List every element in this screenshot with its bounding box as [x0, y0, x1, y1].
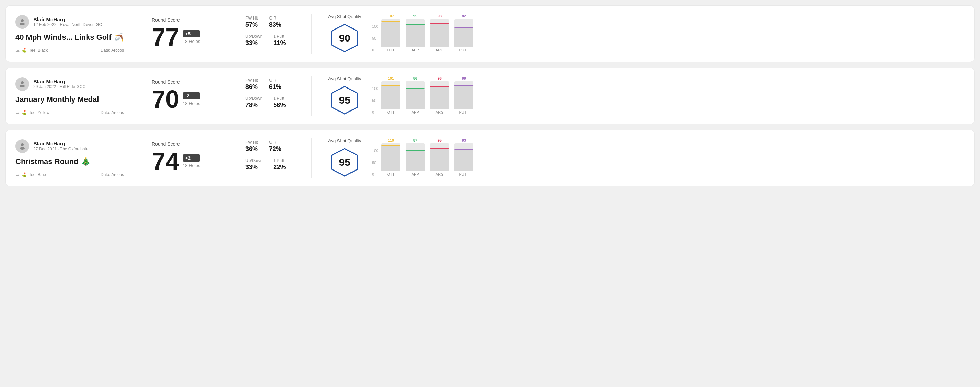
y-axis: 100 50 0 — [372, 149, 378, 176]
round-score-label: Round Score — [152, 17, 220, 23]
bar-area — [381, 143, 400, 171]
round-card-card3: Blair McHarg 27 Dec 2021 · The Oxfordshi… — [5, 130, 975, 186]
tee-label: Tee: Black — [29, 48, 48, 53]
oneputt-label: 1 Putt — [273, 158, 286, 163]
user-name: Blair McHarg — [33, 141, 89, 146]
updown-value: 33% — [245, 40, 262, 47]
bar-group-putt: 93 PUTT — [455, 138, 473, 176]
data-source: Data: Arccos — [100, 48, 124, 53]
updown-value: 78% — [245, 102, 262, 109]
oneputt-value: 11% — [273, 40, 286, 47]
avg-shot-quality-value: 90 — [339, 32, 350, 44]
user-info: Blair McHarg 27 Dec 2021 · The Oxfordshi… — [33, 141, 89, 151]
round-card-card1: Blair McHarg 12 Feb 2022 · Royal North D… — [5, 5, 975, 62]
hexagon-section: Avg Shot Quality 95 — [328, 138, 361, 178]
bar-value: 82 — [455, 14, 473, 18]
user-meta: 29 Jan 2022 · Mill Ride GCC — [33, 84, 86, 89]
bar-group-ott: 110 OTT — [381, 138, 400, 176]
bar-area — [455, 143, 473, 171]
score-section: Round Score 77 +5 18 Holes — [152, 17, 220, 51]
stat-row-2: Up/Down 33% 1 Putt 22% — [245, 158, 302, 171]
tee-info: ☁ ⛳ Tee: Black — [16, 48, 48, 53]
bar-x-label: ARG — [430, 110, 449, 114]
divider-3 — [311, 14, 312, 54]
round-title: 40 Mph Winds... Links Golf 🪃 — [16, 33, 124, 42]
bar-area — [455, 19, 473, 47]
svg-point-7 — [20, 147, 25, 149]
stat-row-2: Up/Down 33% 1 Putt 11% — [245, 34, 302, 47]
card-left: Blair McHarg 29 Jan 2022 · Mill Ride GCC… — [16, 77, 132, 115]
user-row: Blair McHarg 12 Feb 2022 · Royal North D… — [16, 15, 124, 29]
fw-hit-stat: FW Hit 86% — [245, 78, 258, 90]
gir-value: 83% — [269, 21, 282, 29]
bar-value: 87 — [406, 138, 425, 143]
round-emoji: 🎄 — [81, 157, 90, 166]
bar-area — [430, 19, 449, 47]
bar-area — [406, 143, 425, 171]
round-score-label: Round Score — [152, 141, 220, 147]
bar-group-arg: 95 ARG — [430, 138, 449, 176]
score-diff-badge: +2 — [183, 154, 200, 162]
avg-shot-quality-value: 95 — [339, 94, 350, 106]
score-badge: +5 18 Holes — [183, 30, 200, 44]
card-left: Blair McHarg 27 Dec 2021 · The Oxfordshi… — [16, 139, 132, 177]
user-icon — [18, 18, 26, 26]
bar-chart: 100 50 0 107 OTT 95 — [372, 14, 474, 52]
data-source: Data: Arccos — [100, 110, 124, 115]
bar-x-label: APP — [406, 110, 425, 114]
user-name: Blair McHarg — [33, 16, 102, 22]
bar-chart-inner: 100 50 0 107 OTT 95 — [372, 14, 474, 52]
gir-stat: GIR 61% — [269, 78, 282, 90]
stats-section: FW Hit 36% GIR 72% Up/Down 33% 1 Putt — [240, 140, 302, 176]
updown-stat: Up/Down 78% — [245, 96, 262, 109]
hexagon-section: Avg Shot Quality 95 — [328, 76, 361, 116]
bar-value: 107 — [381, 14, 400, 18]
holes-text: 18 Holes — [183, 101, 200, 106]
score-section: Round Score 70 -2 18 Holes — [152, 79, 220, 113]
fw-hit-label: FW Hit — [245, 78, 258, 82]
bar-group-ott: 107 OTT — [381, 14, 400, 52]
avg-shot-quality-value: 95 — [339, 157, 350, 168]
avg-shot-quality-label: Avg Shot Quality — [328, 76, 361, 81]
bar-value: 101 — [381, 76, 400, 80]
bar-x-label: OTT — [381, 172, 400, 176]
round-card-card2: Blair McHarg 29 Jan 2022 · Mill Ride GCC… — [5, 68, 975, 124]
bars-container: 107 OTT 95 APP 98 ARG 82 — [381, 14, 473, 52]
bar-value: 95 — [430, 138, 449, 143]
bar-area — [430, 143, 449, 171]
chart-section: Avg Shot Quality 90 100 — [321, 14, 964, 54]
oneputt-label: 1 Putt — [273, 96, 286, 101]
user-row: Blair McHarg 27 Dec 2021 · The Oxfordshi… — [16, 139, 124, 153]
stat-row-1: FW Hit 36% GIR 72% — [245, 140, 302, 153]
fw-hit-value: 36% — [245, 146, 258, 153]
avatar — [16, 139, 29, 153]
chart-section: Avg Shot Quality 95 100 — [321, 138, 964, 178]
hexagon: 90 — [329, 23, 360, 54]
gir-value: 72% — [269, 146, 282, 153]
user-info: Blair McHarg 29 Jan 2022 · Mill Ride GCC — [33, 79, 86, 89]
holes-text: 18 Holes — [183, 163, 200, 168]
bag-icon: ⛳ — [22, 110, 27, 115]
tee-info: ☁ ⛳ Tee: Blue — [16, 172, 46, 177]
score-main: 70 -2 18 Holes — [152, 87, 220, 111]
gir-value: 61% — [269, 83, 282, 90]
user-name: Blair McHarg — [33, 79, 86, 84]
bar-x-label: PUTT — [455, 48, 473, 52]
updown-label: Up/Down — [245, 96, 262, 101]
stats-section: FW Hit 57% GIR 83% Up/Down 33% 1 Putt — [240, 16, 302, 52]
bar-group-arg: 98 ARG — [430, 14, 449, 52]
divider-1 — [142, 76, 142, 116]
bar-group-app: 95 APP — [406, 14, 425, 52]
bar-area — [430, 81, 449, 109]
fw-hit-value: 86% — [245, 83, 258, 90]
bar-area — [455, 81, 473, 109]
gir-stat: GIR 72% — [269, 140, 282, 153]
round-score-label: Round Score — [152, 79, 220, 85]
bar-group-app: 86 APP — [406, 76, 425, 114]
bar-area — [406, 19, 425, 47]
svg-point-6 — [21, 143, 24, 146]
stat-row-1: FW Hit 57% GIR 83% — [245, 16, 302, 29]
hexagon: 95 — [329, 85, 360, 116]
avatar — [16, 15, 29, 29]
y-axis: 100 50 0 — [372, 25, 378, 52]
